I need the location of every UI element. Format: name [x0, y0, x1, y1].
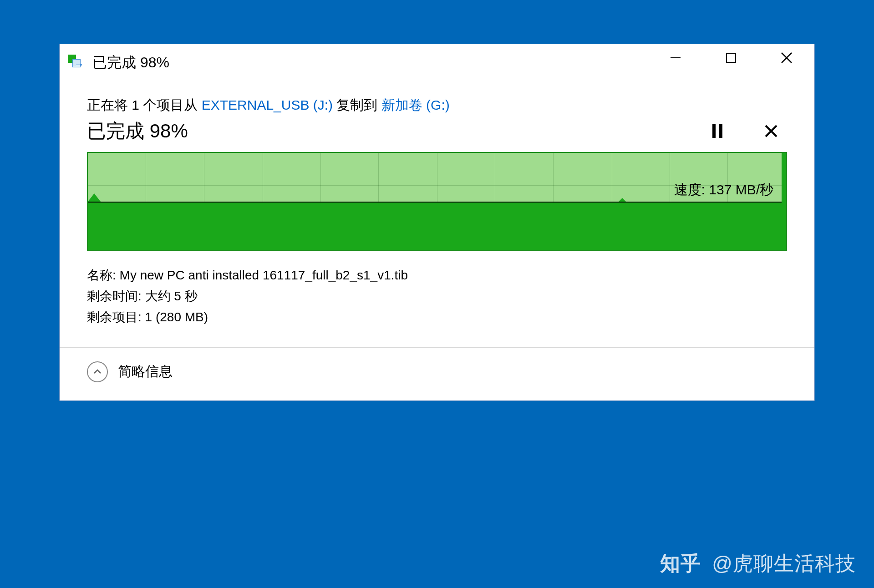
time-remaining-row: 剩余时间: 大约 5 秒	[87, 286, 787, 307]
speed-label: 速度: 137 MB/秒	[674, 181, 773, 199]
zhihu-logo: 知乎	[660, 550, 701, 577]
titlebar[interactable]: → 已完成 98%	[60, 44, 814, 81]
status-row: 已完成 98%	[87, 118, 787, 144]
pause-button[interactable]	[711, 123, 723, 139]
speed-chart: 速度: 137 MB/秒	[87, 152, 787, 251]
dialog-footer: 简略信息	[60, 347, 814, 400]
watermark-author: @虎聊生活科技	[712, 550, 856, 577]
time-label: 剩余时间:	[87, 289, 145, 303]
items-remaining-row: 剩余项目: 1 (280 MB)	[87, 307, 787, 328]
operation-description: 正在将 1 个项目从 EXTERNAL_USB (J:) 复制到 新加卷 (G:…	[87, 96, 787, 115]
source-location-link[interactable]: EXTERNAL_USB (J:)	[202, 97, 333, 112]
close-button[interactable]	[759, 44, 814, 71]
svg-rect-4	[712, 124, 716, 138]
chevron-up-icon	[92, 367, 102, 377]
toggle-details-label[interactable]: 简略信息	[118, 362, 173, 381]
speed-spike-mid	[619, 198, 626, 202]
name-label: 名称:	[87, 268, 120, 282]
file-name-row: 名称: My new PC anti installed 161117_full…	[87, 265, 787, 286]
speed-chart-current-bar	[782, 153, 786, 250]
desc-prefix: 正在将 1 个项目从	[87, 97, 202, 112]
name-value: My new PC anti installed 161117_full_b2_…	[120, 268, 408, 282]
cancel-button[interactable]	[764, 123, 778, 139]
copy-operation-icon: →	[68, 55, 84, 71]
speed-spike-start	[88, 193, 101, 202]
maximize-button[interactable]	[703, 44, 759, 71]
watermark: 知乎 @虎聊生活科技	[660, 550, 856, 577]
time-value: 大约 5 秒	[145, 289, 198, 303]
collapse-details-button[interactable]	[87, 361, 108, 382]
items-value: 1 (280 MB)	[145, 310, 208, 324]
minimize-button[interactable]	[648, 44, 703, 71]
dialog-content: 正在将 1 个项目从 EXTERNAL_USB (J:) 复制到 新加卷 (G:…	[60, 81, 814, 333]
svg-rect-5	[719, 124, 722, 138]
items-label: 剩余项目:	[87, 310, 145, 324]
desc-mid: 复制到	[333, 97, 381, 112]
window-controls	[648, 44, 814, 71]
svg-rect-1	[727, 53, 736, 62]
file-copy-dialog: → 已完成 98% 正在将 1 个项目从 EXTERNAL_USB (J:) 复…	[59, 44, 815, 401]
progress-status: 已完成 98%	[87, 118, 188, 144]
destination-location-link[interactable]: 新加卷 (G:)	[381, 97, 450, 112]
window-title: 已完成 98%	[92, 53, 648, 73]
operation-controls	[711, 123, 787, 139]
speed-chart-fill	[88, 202, 786, 250]
